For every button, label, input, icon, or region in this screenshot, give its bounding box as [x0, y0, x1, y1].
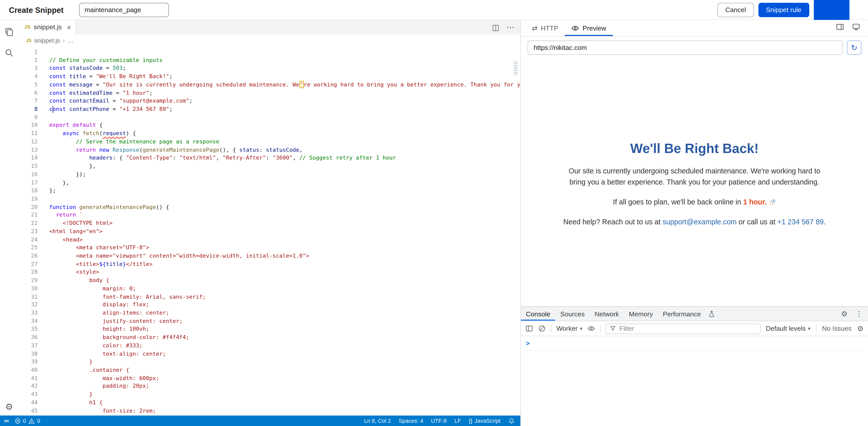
code-text: max-width: 600px; — [37, 374, 159, 382]
tab-http[interactable]: ⇄ HTTP — [525, 20, 565, 36]
language-label: JavaScript — [474, 418, 500, 424]
line-number: 34 — [19, 317, 38, 325]
code-line: 23<html lang="en"> — [19, 228, 520, 236]
code-token: Response — [113, 147, 139, 153]
eol-setting[interactable]: LF — [455, 418, 461, 424]
tab-preview[interactable]: Preview — [565, 20, 613, 36]
clear-console-icon[interactable] — [538, 325, 546, 333]
line-number: 24 — [19, 236, 38, 244]
minimap[interactable] — [514, 61, 517, 75]
issues-counter[interactable]: No Issues — [822, 325, 851, 333]
code-token: } — [123, 261, 126, 267]
contact-prefix: Need help? Reach out to us at — [563, 218, 662, 226]
live-expression-eye-icon[interactable] — [587, 325, 595, 333]
refresh-button[interactable]: ↻ — [847, 40, 861, 55]
code-token: }, — [50, 163, 96, 169]
devtools-tab-sources[interactable]: Sources — [555, 307, 589, 321]
code-line: 32 display: flex; — [19, 301, 520, 309]
breadcrumb-symbol[interactable]: … — [67, 37, 73, 44]
indentation-setting[interactable]: Spaces: 4 — [399, 418, 424, 424]
breadcrumb-file[interactable]: snippet.js — [34, 37, 60, 44]
line-number: 26 — [19, 252, 38, 260]
eta-prefix: If all goes to plan, we'll be back onlin… — [613, 198, 743, 206]
language-mode[interactable]: {} JavaScript — [469, 418, 500, 424]
problems-indicator[interactable]: 0 0 — [14, 418, 40, 424]
line-number: 7 — [19, 97, 38, 105]
context-selector[interactable]: Worker ▾ — [556, 325, 582, 333]
code-token — [66, 65, 69, 71]
log-levels-selector[interactable]: Default levels ▾ — [766, 325, 810, 333]
devtools-menu-kebab-icon[interactable]: ⋮ — [855, 310, 863, 318]
files-icon[interactable] — [4, 26, 14, 36]
code-text: margin: 0; — [37, 285, 136, 293]
code-line: 1 — [19, 48, 520, 56]
javascript-file-icon: JS — [26, 38, 31, 43]
devtools-tab-console[interactable]: Console — [521, 307, 555, 321]
code-token: }; — [50, 187, 56, 193]
code-text: function generateMaintenancePage() { — [37, 203, 169, 211]
code-text: return ` — [37, 211, 83, 219]
console-prompt-row[interactable]: > — [525, 338, 864, 351]
console-filter-input[interactable] — [619, 325, 757, 333]
line-number: 3 — [19, 64, 38, 73]
maintenance-eta: If all goes to plan, we'll be back onlin… — [551, 197, 839, 208]
code-token — [50, 147, 76, 153]
console-output[interactable]: > — [521, 336, 868, 426]
code-text: const statusCode = 503; — [37, 64, 126, 73]
code-token: : { — [113, 155, 126, 161]
code-line: 16 }); — [19, 170, 520, 178]
breadcrumb: JS snippet.js › … — [19, 34, 520, 47]
console-sidebar-icon[interactable] — [525, 325, 533, 333]
refresh-icon: ↻ — [851, 44, 858, 52]
code-token: font-family: Arial, sans-serif; — [50, 293, 206, 300]
support-email-link[interactable]: support@example.com — [662, 218, 737, 226]
code-line: 19 — [19, 195, 520, 203]
code-text: display: flex; — [37, 301, 149, 309]
top-header: Create Snippet Cancel Snippet rule Deplo… — [0, 0, 868, 20]
code-editor[interactable]: 12// Define your customizable inputs3con… — [19, 47, 520, 416]
experiments-flask-icon[interactable] — [708, 307, 715, 321]
line-number: 39 — [19, 358, 38, 366]
tab-preview-label: Preview — [583, 24, 606, 32]
more-actions-icon[interactable]: ⋯ — [506, 23, 514, 31]
devtools-settings-gear-icon[interactable]: ⚙ — [841, 310, 847, 318]
notifications-bell-icon[interactable] — [508, 418, 515, 424]
line-number: 22 — [19, 219, 38, 227]
eye-icon — [571, 24, 579, 32]
search-icon[interactable] — [4, 48, 14, 58]
devtools-tab-memory[interactable]: Memory — [624, 307, 658, 321]
status-bar: >< 0 0 Ln 8, Col 2 Spaces: 4 UTF-8 LF {} — [0, 416, 520, 426]
code-token: <meta charset="UTF-8"> — [50, 245, 149, 251]
code-token: max-width: 600px; — [50, 375, 159, 381]
settings-gear-icon[interactable]: ⚙ — [4, 402, 14, 413]
devtools-tab-performance[interactable]: Performance — [658, 307, 706, 321]
phone-link[interactable]: +1 234 567 89 — [777, 218, 824, 226]
snippet-name-input[interactable] — [79, 2, 169, 17]
preview-url-input[interactable] — [527, 40, 842, 55]
code-token — [76, 212, 79, 218]
devtools-tab-network[interactable]: Network — [590, 307, 624, 321]
cancel-button[interactable]: Cancel — [718, 2, 754, 17]
cursor-position[interactable]: Ln 8, Col 2 — [364, 418, 391, 424]
snippet-rule-button[interactable]: Snippet rule — [758, 2, 809, 17]
tab-snippet-js[interactable]: JS snippet.js × — [19, 20, 76, 34]
line-number: 30 — [19, 285, 38, 293]
remote-indicator-icon[interactable]: >< — [4, 418, 8, 424]
close-tab-icon[interactable]: × — [67, 23, 71, 31]
console-settings-gear-icon[interactable]: ⚙ — [857, 324, 864, 333]
chevron-right-icon: › — [63, 37, 65, 44]
code-token: = — [102, 65, 113, 71]
line-number: 16 — [19, 170, 38, 178]
layout-columns-icon[interactable] — [836, 23, 844, 33]
device-preview-icon[interactable] — [852, 23, 860, 33]
code-token: async — [63, 130, 79, 136]
code-line: 2// Define your customizable inputs — [19, 56, 520, 64]
code-line: 33 align-items: center; — [19, 309, 520, 317]
split-editor-icon[interactable]: ◫ — [492, 23, 499, 31]
code-line: 39 } — [19, 358, 520, 366]
editor-pane: ⚙ JS snippet.js × ◫ ⋯ — [0, 20, 521, 426]
code-text: color: #2c5aa0; — [37, 415, 152, 416]
encoding-setting[interactable]: UTF-8 — [431, 418, 446, 424]
console-prompt-chevron: > — [526, 340, 530, 347]
code-token — [50, 212, 56, 218]
